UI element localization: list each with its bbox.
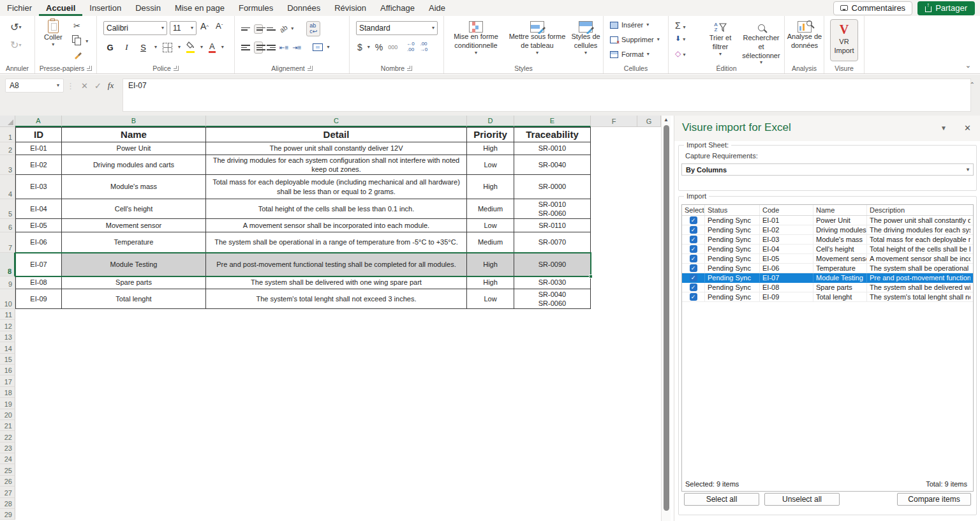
cell-detail-EI-07[interactable]: Pre and post-movement functional testing… (206, 253, 467, 276)
number-format-combo[interactable]: Standard▾ (356, 21, 438, 35)
cell-id-EI-01[interactable]: EI-01 (15, 142, 62, 155)
row-header-7[interactable]: 7 (0, 232, 15, 253)
vertical-scrollbar[interactable]: ▲ (661, 116, 671, 521)
checkbox-checked-icon[interactable]: ✓ (690, 236, 697, 243)
cell-priority-EI-05[interactable]: Low (467, 219, 514, 232)
ribbon-tab-affichage[interactable]: Affichage (373, 1, 422, 16)
import-row-EI-08[interactable]: ✓Pending SyncEI-08Spare partsThe system … (682, 283, 973, 292)
cell-trace-EI-06[interactable]: SR-0070 (514, 232, 591, 253)
cell-name-EI-09[interactable]: Total lenght (62, 289, 206, 309)
table-header-name[interactable]: Name (62, 127, 206, 142)
italic-button[interactable]: I (121, 42, 132, 52)
cell-name-EI-07[interactable]: Module Testing (62, 253, 206, 276)
row-header-16[interactable]: 16 (0, 365, 15, 375)
align-left-icon[interactable] (241, 43, 250, 52)
cell-name-EI-03[interactable]: Module's mass (62, 175, 206, 199)
import-col-code[interactable]: Code (760, 205, 813, 215)
copy-button[interactable]: ▾ (72, 35, 88, 45)
orientation-dropdown-icon[interactable]: ▾ (291, 26, 293, 31)
row-header-14[interactable]: 14 (0, 342, 15, 353)
enter-icon[interactable]: ✓ (94, 81, 101, 91)
fx-icon[interactable]: fx (108, 80, 114, 91)
cell-detail-EI-06[interactable]: The system shall be operational in a ran… (206, 232, 467, 253)
row-header-26[interactable]: 26 (0, 476, 15, 487)
cell-id-EI-03[interactable]: EI-03 (15, 175, 62, 199)
cell-priority-EI-09[interactable]: Low (467, 289, 514, 309)
row-header-2[interactable]: 2 (0, 142, 15, 155)
ribbon-tab-insertion[interactable]: Insertion (82, 1, 128, 16)
table-header-priority[interactable]: Priority (467, 127, 514, 142)
cell-id-EI-08[interactable]: EI-08 (15, 276, 62, 289)
font-color-button[interactable]: A (209, 42, 216, 53)
currency-button[interactable]: $ (357, 42, 362, 52)
cell-id-EI-06[interactable]: EI-06 (15, 232, 62, 253)
cell-trace-EI-02[interactable]: SR-0040 (514, 155, 591, 175)
ribbon-tab-accueil[interactable]: Accueil (39, 1, 82, 16)
thousands-separator-button[interactable]: 000 (388, 44, 397, 50)
fill-color-dropdown-icon[interactable]: ▾ (200, 45, 203, 50)
import-col-selected[interactable]: Selected (682, 205, 705, 215)
import-row-EI-06[interactable]: ✓Pending SyncEI-06TemperatureThe system … (682, 264, 973, 273)
bold-button[interactable]: G (105, 43, 115, 52)
cell-priority-EI-04[interactable]: Medium (467, 199, 514, 219)
row-header-23[interactable]: 23 (0, 442, 15, 453)
font-size-combo[interactable]: 11▾ (170, 21, 197, 35)
delete-cells-button[interactable]: x Supprimer▾ (610, 36, 660, 43)
import-checkbox-EI-03[interactable]: ✓ (682, 235, 705, 244)
row-header-5[interactable]: 5 (0, 199, 15, 219)
align-right-icon[interactable] (267, 43, 276, 52)
ribbon-tab-données[interactable]: Données (280, 1, 327, 16)
row-header-1[interactable]: 1 (0, 127, 15, 142)
column-header-F[interactable]: F (591, 116, 637, 127)
checkbox-checked-icon[interactable]: ✓ (690, 255, 697, 262)
alignment-dialog-launcher-icon[interactable] (308, 66, 313, 71)
import-row-EI-03[interactable]: ✓Pending SyncEI-03Module's massTotal mas… (682, 235, 973, 245)
number-dialog-launcher-icon[interactable] (407, 66, 412, 71)
cell-id-EI-04[interactable]: EI-04 (15, 199, 62, 219)
font-name-combo[interactable]: Calibri▾ (103, 21, 167, 35)
redo-button[interactable]: ↻▾ (10, 39, 21, 51)
cell-detail-EI-05[interactable]: A movement sensor shall be incorporated … (206, 219, 467, 232)
cell-priority-EI-07[interactable]: High (467, 253, 514, 276)
cell-detail-EI-03[interactable]: Total mass for each deployable module (i… (206, 175, 467, 199)
share-button[interactable]: Partager (917, 1, 975, 15)
vr-import-button[interactable]: V VR Import (830, 19, 858, 61)
cell-detail-EI-01[interactable]: The power unit shall constantly deliver … (206, 142, 467, 155)
cut-button[interactable]: ✂ (73, 21, 80, 31)
fill-color-button[interactable] (186, 42, 195, 53)
name-box[interactable]: A8 ▾ (5, 79, 64, 93)
conditional-formatting-button[interactable]: Mise en forme conditionnelle ▾ (448, 21, 504, 56)
import-row-EI-09[interactable]: ✓Pending SyncEI-09Total lenghtThe system… (682, 292, 973, 302)
data-analysis-button[interactable]: Analyse de données (786, 21, 823, 50)
cell-trace-EI-07[interactable]: SR-0090 (514, 253, 591, 276)
clipboard-dialog-launcher-icon[interactable] (87, 66, 92, 71)
checkbox-checked-icon[interactable]: ✓ (690, 264, 697, 272)
import-row-EI-02[interactable]: ✓Pending SyncEI-02Driving modules...The … (682, 225, 973, 235)
compare-items-button[interactable]: Compare items (897, 493, 971, 506)
import-checkbox-EI-08[interactable]: ✓ (682, 283, 705, 292)
orientation-button[interactable]: ab (278, 24, 289, 34)
row-header-12[interactable]: 12 (0, 320, 15, 331)
underline-dropdown-icon[interactable]: ▾ (154, 45, 157, 50)
row-header-4[interactable]: 4 (0, 175, 15, 199)
cell-trace-EI-05[interactable]: SR-0110 (514, 219, 591, 232)
merge-center-button[interactable] (313, 43, 323, 51)
table-header-id[interactable]: ID (15, 127, 62, 142)
checkbox-checked-icon[interactable]: ✓ (690, 245, 697, 253)
percent-button[interactable]: % (375, 42, 383, 52)
borders-dropdown-icon[interactable]: ▾ (178, 45, 181, 50)
import-col-description[interactable]: Description (867, 205, 970, 215)
fill-button[interactable]: ⬇ ▾ (675, 34, 685, 43)
row-header-25[interactable]: 25 (0, 464, 15, 475)
checkbox-checked-icon[interactable]: ✓ (690, 274, 697, 282)
ribbon-tab-formules[interactable]: Formules (232, 1, 280, 16)
cell-priority-EI-06[interactable]: Medium (467, 232, 514, 253)
cancel-icon[interactable]: ✕ (81, 81, 88, 91)
import-row-EI-05[interactable]: ✓Pending SyncEI-05Movement sensorA movem… (682, 254, 973, 264)
autosum-button[interactable]: Σ ▾ (675, 20, 686, 31)
scrollbar-thumb[interactable] (664, 125, 669, 511)
import-row-EI-01[interactable]: ✓Pending SyncEI-01Power UnitThe power un… (682, 216, 973, 225)
import-checkbox-EI-02[interactable]: ✓ (682, 225, 705, 234)
select-all-button[interactable]: Select all (684, 493, 759, 506)
format-painter-button[interactable] (73, 50, 82, 61)
